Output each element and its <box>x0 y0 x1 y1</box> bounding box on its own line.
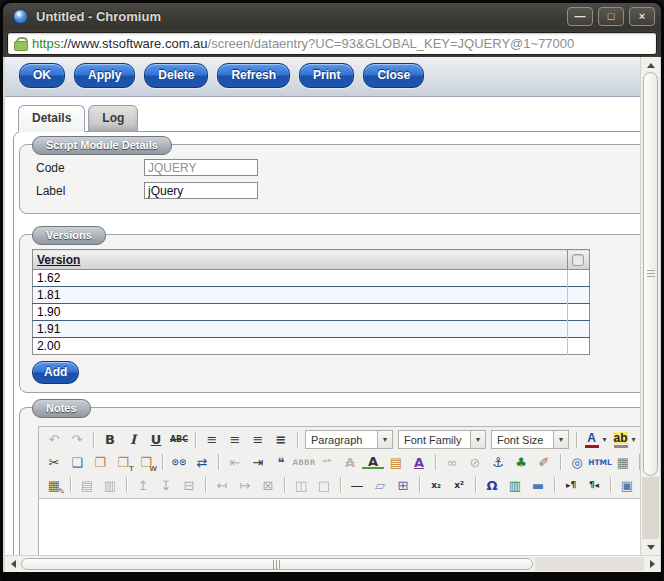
close-window-button[interactable]: × <box>629 7 655 26</box>
print-icon[interactable]: ▦ <box>612 453 634 472</box>
insert-column-before-icon[interactable]: ↤ <box>211 476 233 495</box>
html-source-icon[interactable]: HTML <box>589 453 611 472</box>
dropdown-arrow-icon[interactable]: ▾ <box>553 431 568 448</box>
insert-column-after-icon[interactable]: ↦ <box>234 476 256 495</box>
del-icon[interactable]: A <box>339 453 361 472</box>
acronym-icon[interactable]: A <box>408 453 430 472</box>
ok-button[interactable]: OK <box>19 63 65 88</box>
vertical-scrollbar-track[interactable] <box>642 477 659 539</box>
highlight-color-icon[interactable]: ab▾ <box>612 430 638 449</box>
insert-row-after-icon[interactable]: ↧ <box>155 476 177 495</box>
advanced-hr-icon[interactable]: ▬ <box>527 476 549 495</box>
code-input[interactable] <box>144 159 258 176</box>
horizontal-scrollbar-thumb[interactable] <box>21 558 533 570</box>
close-button[interactable]: Close <box>363 63 424 88</box>
insert-table-icon[interactable]: ▦✎ <box>43 476 65 495</box>
version-select-cell[interactable] <box>568 338 590 355</box>
dropdown-arrow-icon[interactable]: ▾ <box>377 431 392 448</box>
copy-icon[interactable]: ❏ <box>66 453 88 472</box>
paragraph-format-select[interactable]: Paragraph▾ <box>305 430 393 449</box>
version-select-cell[interactable] <box>568 321 590 338</box>
font-family-select[interactable]: Font Family▾ <box>398 430 486 449</box>
table-row-properties-icon[interactable]: ▤ <box>76 476 98 495</box>
scroll-right-button[interactable] <box>645 556 660 572</box>
blockquote-icon[interactable]: ❝ <box>270 453 292 472</box>
subscript-icon[interactable]: x₂ <box>425 476 447 495</box>
version-select-cell[interactable] <box>568 270 590 287</box>
split-cells-icon[interactable]: ◫ <box>290 476 312 495</box>
text-color-icon[interactable]: A▾ <box>583 430 609 449</box>
strikethrough-icon[interactable]: ABC <box>168 430 190 449</box>
version-row[interactable]: 1.90 <box>33 304 590 321</box>
media-icon[interactable]: ▥ <box>504 476 526 495</box>
align-center-icon[interactable]: ≡ <box>224 430 246 449</box>
cut-icon[interactable]: ✂ <box>43 453 65 472</box>
tab-log[interactable]: Log <box>88 105 138 132</box>
attributes-icon[interactable]: ▤ <box>385 453 407 472</box>
italic-icon[interactable]: I <box>122 430 144 449</box>
horizontal-rule-icon[interactable]: — <box>346 476 368 495</box>
select-all-checkbox[interactable] <box>572 254 584 266</box>
version-select-cell[interactable] <box>568 304 590 321</box>
indent-icon[interactable]: ⇥ <box>247 453 269 472</box>
minimize-button[interactable]: — <box>567 7 593 26</box>
layers-icon[interactable]: ❏ <box>639 476 640 495</box>
bold-icon[interactable]: B <box>99 430 121 449</box>
special-character-icon[interactable]: Ω <box>481 476 503 495</box>
font-size-select[interactable]: Font Size▾ <box>491 430 569 449</box>
remove-format-icon[interactable]: ▱ <box>369 476 391 495</box>
abbreviation-icon[interactable]: ABBR <box>293 453 315 472</box>
align-left-icon[interactable]: ≡ <box>201 430 223 449</box>
underline-icon[interactable]: U <box>145 430 167 449</box>
fullscreen-icon[interactable]: ▣ <box>616 476 638 495</box>
scroll-down-button[interactable] <box>641 540 660 555</box>
editor-content-area[interactable] <box>39 498 640 555</box>
version-row[interactable]: 1.62 <box>33 270 590 287</box>
delete-row-icon[interactable]: ⊟ <box>178 476 200 495</box>
superscript-icon[interactable]: x² <box>448 476 470 495</box>
paste-as-text-icon[interactable]: ❐T <box>112 453 134 472</box>
undo-icon[interactable]: ↶ <box>43 430 65 449</box>
find-replace-icon[interactable]: ⇄ <box>191 453 213 472</box>
unlink-icon[interactable]: ⊘ <box>464 453 486 472</box>
link-icon[interactable]: ∞ <box>441 453 463 472</box>
version-select-cell[interactable] <box>568 287 590 304</box>
insert-row-before-icon[interactable]: ↥ <box>132 476 154 495</box>
visual-aid-icon[interactable]: ⊞ <box>392 476 414 495</box>
version-sort-link[interactable]: Version <box>37 253 80 267</box>
preview-icon[interactable]: ◎ <box>566 453 588 472</box>
scroll-left-button[interactable] <box>5 556 20 572</box>
align-right-icon[interactable]: ≡ <box>247 430 269 449</box>
refresh-button[interactable]: Refresh <box>217 63 290 88</box>
delete-button[interactable]: Delete <box>144 63 208 88</box>
dropdown-arrow-icon[interactable]: ▾ <box>600 435 609 444</box>
outdent-icon[interactable]: ⇤ <box>224 453 246 472</box>
add-version-button[interactable]: Add <box>32 361 79 384</box>
version-row[interactable]: 2.00 <box>33 338 590 355</box>
paste-from-word-icon[interactable]: ❐W <box>135 453 157 472</box>
image-icon[interactable]: ♣ <box>510 453 532 472</box>
merge-cells-icon[interactable]: □ <box>313 476 335 495</box>
apply-button[interactable]: Apply <box>74 63 135 88</box>
redo-icon[interactable]: ↷ <box>66 430 88 449</box>
quotation-icon[interactable]: ❝❞ <box>316 453 338 472</box>
find-icon[interactable]: ⊙⊙ <box>168 453 190 472</box>
horizontal-scrollbar-track[interactable] <box>535 557 644 571</box>
version-row[interactable]: 1.81 <box>33 287 590 304</box>
rtl-icon[interactable]: ¶◂ <box>583 476 605 495</box>
address-bar[interactable]: https://www.stsoftware.com.au/screen/dat… <box>7 32 657 55</box>
delete-column-icon[interactable]: ⊠ <box>257 476 279 495</box>
paste-icon[interactable]: ❐ <box>89 453 111 472</box>
maximize-button[interactable]: □ <box>598 7 624 26</box>
dropdown-arrow-icon[interactable]: ▾ <box>629 435 638 444</box>
label-input[interactable] <box>144 182 258 199</box>
print-button[interactable]: Print <box>299 63 354 88</box>
tab-details[interactable]: Details <box>18 105 85 132</box>
ltr-icon[interactable]: ▸¶ <box>560 476 582 495</box>
vertical-scrollbar-thumb[interactable] <box>643 72 658 476</box>
scroll-up-button[interactable] <box>641 57 660 72</box>
table-cell-properties-icon[interactable]: ▥ <box>99 476 121 495</box>
dropdown-arrow-icon[interactable]: ▾ <box>470 431 485 448</box>
version-row[interactable]: 1.91 <box>33 321 590 338</box>
align-justify-icon[interactable]: ≡ <box>270 430 292 449</box>
